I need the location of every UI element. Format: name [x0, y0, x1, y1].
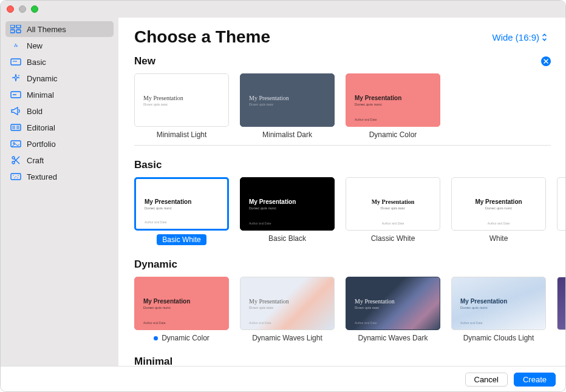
theme-dynamic-waves-light[interactable]: My Presentation Donec quis nunc Author a… [240, 277, 335, 342]
header-row: Choose a Theme Wide (16:9) [134, 27, 565, 47]
text-columns-icon [10, 123, 21, 132]
thumb-title: My Presentation [145, 198, 219, 205]
thumb-footer: Author and Date [355, 321, 377, 325]
svg-rect-3 [16, 30, 21, 33]
sidebar-item-label: Textured [27, 172, 57, 181]
theme-label: Dynamic Color [369, 130, 417, 139]
svg-point-28 [17, 177, 18, 178]
sidebar-item-dynamic[interactable]: Dynamic [5, 70, 114, 86]
aspect-ratio-select[interactable]: Wide (16:9) [492, 32, 547, 42]
theme-basic-white[interactable]: My Presentation Donec quis nunc Author a… [134, 177, 229, 245]
theme-label: Minimalist Dark [262, 130, 312, 139]
sidebar-item-label: Portfolio [27, 140, 56, 149]
thumb-subtitle: Donec quis nunc [145, 206, 219, 210]
svg-rect-1 [16, 25, 21, 28]
create-button[interactable]: Create [514, 373, 556, 387]
thumb-footer: Author and Date [145, 220, 166, 224]
svg-point-5 [15, 45, 16, 46]
theme-label: White [489, 234, 508, 243]
svg-point-19 [12, 157, 15, 159]
theme-label: Basic Black [268, 234, 306, 243]
sidebar-item-bold[interactable]: Bold [5, 103, 114, 119]
section-divider [134, 145, 551, 146]
theme-label: Dynamic Waves Light [252, 334, 322, 342]
theme-peek-next[interactable] [557, 177, 565, 231]
section-title: Dynamic [134, 259, 177, 271]
window-zoom-button[interactable] [31, 5, 38, 13]
x-icon [544, 59, 548, 64]
thumb-subtitle: Donec quis nunc [249, 103, 326, 106]
theme-basic-black[interactable]: My Presentation Donec quis nunc Author a… [240, 177, 335, 245]
theme-label: Classic White [371, 234, 415, 243]
sidebar: All Themes New Basic Dynamic Minimal [1, 18, 118, 366]
svg-point-27 [14, 177, 15, 178]
sidebar-item-new[interactable]: New [5, 38, 114, 53]
grid-icon [10, 24, 21, 34]
theme-dynamic-color[interactable]: My Presentation Donec quis nunc Author a… [346, 73, 440, 139]
thumb-subtitle: Donec quis nunc [143, 306, 220, 309]
thumb-footer: Author and Date [488, 221, 510, 225]
svg-point-26 [18, 175, 18, 175]
thumb-footer: Author and Date [249, 321, 271, 325]
sidebar-item-label: Minimal [27, 90, 54, 100]
sparkle-icon [10, 41, 21, 50]
thumb-footer: Author and Date [143, 321, 165, 325]
sidebar-item-label: Editorial [27, 123, 55, 132]
thumb-footer: Author and Date [382, 221, 404, 225]
window-close-button[interactable] [7, 5, 14, 13]
theme-dynamic-clouds-light[interactable]: My Presentation Donec quis nunc Author a… [451, 277, 546, 342]
thumb-title: My Presentation [355, 95, 431, 101]
main-layout: All Themes New Basic Dynamic Minimal [1, 18, 565, 366]
photo-icon [10, 139, 21, 149]
sidebar-item-all-themes[interactable]: All Themes [5, 21, 114, 37]
section-title: New [134, 55, 155, 67]
thumb-subtitle: Donec quis nunc [249, 306, 326, 309]
svg-point-24 [13, 175, 13, 175]
thumb-footer: Author and Date [460, 321, 482, 325]
theme-label: Dynamic Color [154, 334, 210, 342]
theme-peek-next[interactable] [557, 277, 565, 330]
rectangle-line-icon [10, 90, 21, 100]
section-title: Basic [134, 159, 162, 171]
theme-label: Basic White [157, 234, 206, 245]
thumb-subtitle: Donec quis nunc [355, 306, 431, 309]
thumb-subtitle: Donec quis nunc [249, 206, 326, 210]
thumb-title: My Presentation [475, 198, 522, 205]
thumb-subtitle: Donec quis nunc [143, 103, 220, 106]
svg-rect-2 [10, 30, 15, 33]
thumb-subtitle: Donec quis nunc [355, 103, 431, 106]
texture-icon [10, 172, 21, 181]
section-title: Minimal [134, 356, 172, 366]
cancel-button[interactable]: Cancel [465, 373, 508, 387]
thumb-title: My Presentation [355, 298, 431, 305]
sidebar-item-portfolio[interactable]: Portfolio [5, 136, 114, 152]
section-minimal: Minimal [134, 356, 565, 366]
theme-classic-white[interactable]: My Presentation Donec quis nunc Author a… [346, 177, 440, 245]
theme-white[interactable]: My Presentation Donec quis nunc Author a… [451, 177, 546, 245]
theme-label: Dynamic Waves Dark [358, 334, 428, 342]
content-area[interactable]: Choose a Theme Wide (16:9) New My Presen… [118, 18, 565, 366]
thumb-title: My Presentation [249, 198, 326, 205]
theme-dynamic-waves-dark[interactable]: My Presentation Donec quis nunc Author a… [346, 277, 440, 342]
window-minimize-button[interactable] [19, 5, 26, 13]
theme-dynamic-color-2[interactable]: My Presentation Donec quis nunc Author a… [134, 277, 229, 342]
sidebar-item-craft[interactable]: Craft [5, 152, 114, 168]
titlebar [1, 1, 565, 18]
sidebar-item-textured[interactable]: Textured [5, 169, 114, 184]
sidebar-item-editorial[interactable]: Editorial [5, 120, 114, 135]
new-dot-icon [154, 336, 158, 340]
footer: Cancel Create [1, 366, 565, 392]
thumb-title: My Presentation [372, 198, 415, 205]
section-new: New My Presentation Donec quis nunc Mini… [134, 55, 565, 146]
svg-point-18 [13, 143, 15, 144]
theme-minimalist-dark[interactable]: My Presentation Donec quis nunc Minimali… [240, 73, 335, 139]
sparkles-icon [10, 73, 21, 83]
theme-minimalist-light[interactable]: My Presentation Donec quis nunc Minimali… [134, 73, 229, 139]
dismiss-section-button[interactable] [541, 56, 551, 66]
thumb-title: My Presentation [460, 298, 537, 305]
sidebar-item-minimal[interactable]: Minimal [5, 87, 114, 103]
sidebar-item-basic[interactable]: Basic [5, 54, 114, 70]
thumb-footer: Author and Date [355, 118, 377, 121]
section-dynamic: Dynamic My Presentation Donec quis nunc … [134, 259, 565, 342]
sidebar-item-label: Bold [27, 107, 43, 116]
